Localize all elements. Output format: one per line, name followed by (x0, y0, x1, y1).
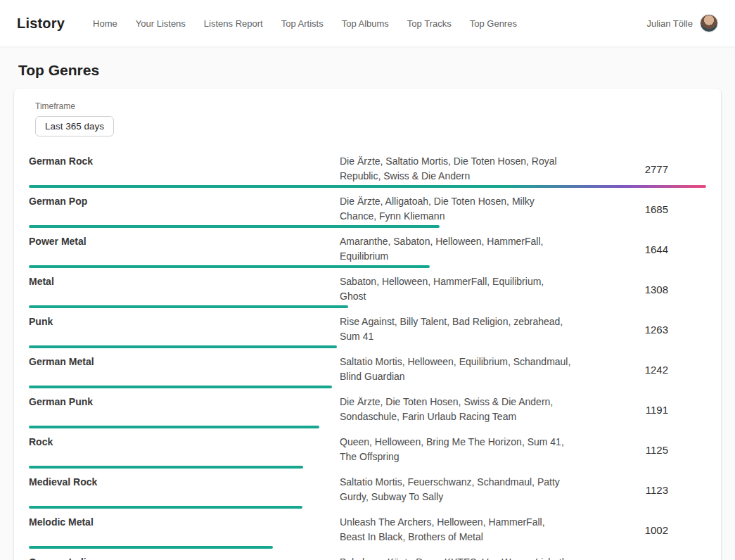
timeframe-select[interactable]: Last 365 days (35, 116, 114, 136)
genre-row-content: Medieval RockSaltatio Mortis, Feuerschwa… (29, 475, 706, 504)
genre-name: German Indie (29, 555, 340, 560)
genre-name: German Rock (29, 154, 340, 167)
genre-count: 1242 (572, 364, 706, 376)
timeframe-field: Timeframe Last 365 days (35, 101, 706, 136)
genre-name: Metal (29, 274, 340, 287)
genre-row-content: Melodic MetalUnleash The Archers, Hellow… (29, 515, 706, 545)
nav-item-home[interactable]: Home (93, 18, 117, 29)
nav-item-top-genres[interactable]: Top Genres (470, 18, 517, 29)
nav-item-your-listens[interactable]: Your Listens (136, 18, 186, 29)
genre-count: 1123 (572, 484, 706, 496)
genre-artists: Rise Against, Billy Talent, Bad Religion… (340, 314, 572, 344)
genre-count: 1685 (572, 203, 706, 215)
genre-count: 2777 (572, 163, 706, 175)
genre-count: 1263 (572, 324, 706, 336)
genre-count: 1125 (572, 444, 706, 456)
top-nav: Listory HomeYour ListensListens ReportTo… (0, 0, 735, 46)
genre-row-content: German PopDie Ärzte, Alligatoah, Die Tot… (29, 194, 706, 224)
genre-row: German PunkDie Ärzte, Die Toten Hosen, S… (29, 388, 706, 428)
genre-name: German Metal (29, 355, 340, 367)
genre-name: Medieval Rock (29, 475, 340, 488)
genre-row: Melodic MetalUnleash The Archers, Hellow… (29, 509, 706, 549)
genre-row: MetalSabaton, Helloween, HammerFall, Equ… (29, 268, 706, 308)
genre-artists: Die Ärzte, Die Toten Hosen, Swiss & Die … (340, 395, 572, 424)
nav-item-top-albums[interactable]: Top Albums (342, 18, 389, 29)
genre-name: German Punk (29, 395, 340, 407)
genre-artists: Saltatio Mortis, Helloween, Equilibrium,… (340, 355, 572, 384)
genre-artists: Die Ärzte, Saltatio Mortis, Die Toten Ho… (340, 154, 572, 184)
genre-name: Melodic Metal (29, 515, 340, 528)
genre-artists: Queen, Helloween, Bring Me The Horizon, … (340, 435, 572, 464)
genre-row-content: German IndieBukahara, Käptn Peng, KYTES,… (29, 555, 706, 560)
user-name[interactable]: Julian Tölle (646, 18, 693, 29)
genre-name: Power Metal (29, 234, 340, 247)
genre-name: German Pop (29, 194, 340, 207)
page-content: Top Genres Timeframe Last 365 days Germa… (0, 62, 735, 560)
genre-row-content: German RockDie Ärzte, Saltatio Mortis, D… (29, 154, 706, 184)
genre-row-content: RockQueen, Helloween, Bring Me The Horiz… (29, 435, 706, 464)
genre-row-content: German MetalSaltatio Mortis, Helloween, … (29, 355, 706, 384)
genre-artists: Saltatio Mortis, Feuerschwanz, Schandmau… (340, 475, 572, 504)
nav-item-top-tracks[interactable]: Top Tracks (407, 18, 452, 29)
genre-row-content: PunkRise Against, Billy Talent, Bad Reli… (29, 314, 706, 344)
page-title: Top Genres (18, 62, 717, 79)
genre-name: Punk (29, 314, 340, 327)
genre-row: Medieval RockSaltatio Mortis, Feuerschwa… (29, 469, 706, 509)
nav-item-listens-report[interactable]: Listens Report (204, 18, 263, 29)
genre-row-content: MetalSabaton, Helloween, HammerFall, Equ… (29, 274, 706, 304)
genre-row: RockQueen, Helloween, Bring Me The Horiz… (29, 428, 706, 469)
genre-count: 1191 (572, 404, 706, 416)
app-logo[interactable]: Listory (17, 15, 65, 32)
top-genres-card: Timeframe Last 365 days German RockDie Ä… (14, 89, 721, 560)
genre-artists: Amaranthe, Sabaton, Helloween, HammerFal… (340, 234, 572, 264)
genre-table: German RockDie Ärzte, Saltatio Mortis, D… (29, 148, 706, 560)
genre-artists: Die Ärzte, Alligatoah, Die Toten Hosen, … (340, 194, 572, 224)
avatar[interactable] (700, 14, 718, 32)
nav-item-top-artists[interactable]: Top Artists (281, 18, 324, 29)
genre-row: German RockDie Ärzte, Saltatio Mortis, D… (29, 148, 706, 188)
genre-row: Power MetalAmaranthe, Sabaton, Helloween… (29, 228, 706, 268)
genre-artists: Sabaton, Helloween, HammerFall, Equilibr… (340, 274, 572, 304)
genre-row: German MetalSaltatio Mortis, Helloween, … (29, 348, 706, 388)
genre-count: 1644 (572, 243, 706, 255)
genre-name: Rock (29, 435, 340, 447)
genre-row: PunkRise Against, Billy Talent, Bad Reli… (29, 308, 706, 348)
genre-row-content: Power MetalAmaranthe, Sabaton, Helloween… (29, 234, 706, 264)
timeframe-label: Timeframe (35, 101, 706, 111)
genre-artists: Unleash The Archers, Helloween, HammerFa… (340, 515, 572, 545)
genre-row: German PopDie Ärzte, Alligatoah, Die Tot… (29, 188, 706, 228)
genre-artists: Bukahara, Käptn Peng, KYTES, Von Wegen L… (340, 555, 572, 560)
genre-row: German IndieBukahara, Käptn Peng, KYTES,… (29, 549, 706, 560)
nav-right: Julian Tölle (646, 14, 718, 32)
main-nav: HomeYour ListensListens ReportTop Artist… (93, 18, 517, 29)
genre-count: 1002 (572, 524, 706, 536)
genre-row-content: German PunkDie Ärzte, Die Toten Hosen, S… (29, 395, 706, 424)
genre-count: 1308 (572, 284, 706, 295)
